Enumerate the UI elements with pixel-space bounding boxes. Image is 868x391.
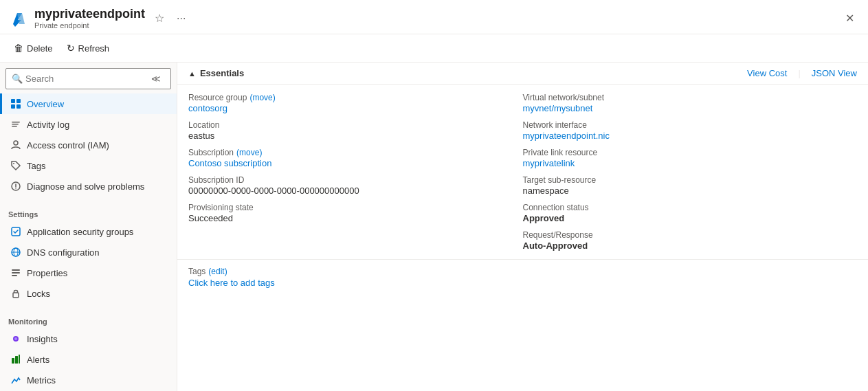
monitoring-section-label: Monitoring <box>0 309 177 328</box>
resource-group-move-link[interactable]: (move) <box>249 93 275 102</box>
resource-group-label: Resource group (move) <box>188 93 523 102</box>
sidebar-item-iam-label: Access control (IAM) <box>27 140 109 150</box>
tags-add-link[interactable]: Click here to add tags <box>188 278 857 288</box>
sidebar-item-activity-log-label: Activity log <box>27 120 69 130</box>
sidebar-item-overview[interactable]: Overview <box>0 93 177 114</box>
azure-logo-icon <box>8 9 27 28</box>
essentials-title-text: Essentials <box>200 68 244 78</box>
subscription-id-label: Subscription ID <box>188 175 523 185</box>
svg-rect-3 <box>16 104 21 109</box>
search-container: 🔍 ≪ <box>5 68 171 89</box>
field-network-interface: Network interface myprivateendpoint.nic <box>523 120 858 141</box>
svg-point-8 <box>13 163 14 164</box>
svg-rect-18 <box>13 293 19 298</box>
subscription-move-link[interactable]: (move) <box>236 148 262 157</box>
insights-icon <box>10 333 21 344</box>
connection-status-value: Approved <box>523 213 858 223</box>
field-virtual-network: Virtual network/subnet myvnet/mysubnet <box>523 93 858 113</box>
title-block: myprivateendpoint Private endpoint <box>34 7 145 30</box>
sidebar-item-locks[interactable]: Locks <box>0 283 177 304</box>
favorite-button[interactable]: ☆ <box>152 10 167 26</box>
target-sub-label: Target sub-resource <box>523 175 858 185</box>
essentials-actions: View Cost | JSON View <box>747 68 857 78</box>
refresh-button[interactable]: ↻ Refresh <box>61 40 115 56</box>
delete-button[interactable]: 🗑 Delete <box>8 40 58 56</box>
virtual-network-label: Virtual network/subnet <box>523 93 858 102</box>
json-view-link[interactable]: JSON View <box>812 68 857 78</box>
locks-icon <box>10 288 21 299</box>
svg-rect-15 <box>12 269 20 271</box>
field-private-link: Private link resource myprivatelink <box>523 148 858 168</box>
field-subscription: Subscription (move) Contoso subscription <box>188 148 523 168</box>
settings-section-label: Settings <box>0 202 177 221</box>
sidebar-item-diagnose[interactable]: Diagnose and solve problems <box>0 176 177 197</box>
close-button[interactable]: ✕ <box>843 10 857 26</box>
delete-icon: 🗑 <box>14 43 23 54</box>
private-link-value[interactable]: myprivatelink <box>523 158 858 168</box>
field-location: Location eastus <box>188 120 523 141</box>
essentials-right-col: Virtual network/subnet myvnet/mysubnet N… <box>523 93 858 251</box>
virtual-network-value[interactable]: myvnet/mysubnet <box>523 103 858 113</box>
svg-rect-21 <box>12 358 14 364</box>
network-interface-value[interactable]: myprivateendpoint.nic <box>523 131 858 141</box>
svg-point-20 <box>14 337 17 340</box>
more-options-button[interactable]: ··· <box>174 11 188 26</box>
request-response-value: Auto-Approved <box>523 241 858 251</box>
view-cost-link[interactable]: View Cost <box>747 68 787 78</box>
header: myprivateendpoint Private endpoint ☆ ···… <box>0 0 868 34</box>
svg-rect-2 <box>11 104 15 109</box>
field-request-response: Request/Response Auto-Approved <box>523 230 858 251</box>
essentials-grid: Resource group (move) contosorg Location… <box>177 85 868 260</box>
svg-point-7 <box>14 141 18 145</box>
field-resource-group: Resource group (move) contosorg <box>188 93 523 113</box>
sidebar-item-tags[interactable]: Tags <box>0 155 177 176</box>
svg-rect-22 <box>15 356 18 364</box>
resource-group-value[interactable]: contosorg <box>188 103 523 113</box>
sidebar-item-dns[interactable]: DNS configuration <box>0 242 177 262</box>
target-sub-value: namespace <box>523 186 858 196</box>
tags-edit-link[interactable]: (edit) <box>208 267 227 276</box>
svg-rect-1 <box>16 99 21 103</box>
essentials-collapse-icon: ▲ <box>188 69 196 78</box>
svg-rect-0 <box>11 99 15 103</box>
collapse-sidebar-button[interactable]: ≪ <box>147 72 165 85</box>
sidebar-item-alerts[interactable]: Alerts <box>0 349 177 370</box>
sidebar-item-tags-label: Tags <box>27 161 45 171</box>
sidebar-item-app-security-groups[interactable]: Application security groups <box>0 221 177 242</box>
sidebar-item-iam[interactable]: Access control (IAM) <box>0 135 177 155</box>
sidebar-item-metrics-label: Metrics <box>27 375 56 386</box>
private-link-label: Private link resource <box>523 148 858 157</box>
delete-label: Delete <box>27 43 53 54</box>
tags-section: Tags (edit) Click here to add tags <box>177 260 868 295</box>
sidebar-item-properties-label: Properties <box>27 268 67 278</box>
subscription-id-value: 00000000-0000-0000-0000-000000000000 <box>188 186 523 196</box>
asg-icon <box>10 226 21 237</box>
search-input[interactable] <box>25 74 144 84</box>
sidebar-item-activity-log[interactable]: Activity log <box>0 114 177 135</box>
sidebar-item-insights[interactable]: Insights <box>0 328 177 349</box>
connection-status-label: Connection status <box>523 203 858 212</box>
sidebar-item-properties[interactable]: Properties <box>0 262 177 283</box>
svg-rect-23 <box>19 355 20 364</box>
field-target-sub: Target sub-resource namespace <box>523 175 858 196</box>
essentials-sep: | <box>798 68 800 78</box>
toolbar: 🗑 Delete ↻ Refresh <box>0 34 868 63</box>
sidebar-item-asg-label: Application security groups <box>27 227 133 237</box>
location-label: Location <box>188 120 523 130</box>
subscription-value[interactable]: Contoso subscription <box>188 158 523 168</box>
essentials-left-col: Resource group (move) contosorg Location… <box>188 93 523 251</box>
sidebar: 🔍 ≪ Overview Activity log Access control… <box>0 63 177 391</box>
svg-rect-5 <box>12 124 19 125</box>
dns-icon <box>10 247 21 258</box>
svg-rect-6 <box>12 126 17 127</box>
content-area: ▲ Essentials View Cost | JSON View Resou… <box>177 63 868 391</box>
overview-icon <box>10 98 21 109</box>
svg-point-10 <box>15 188 16 189</box>
essentials-title: ▲ Essentials <box>188 68 244 78</box>
search-icon: 🔍 <box>12 74 23 84</box>
sidebar-item-metrics[interactable]: Metrics <box>0 370 177 390</box>
main-layout: 🔍 ≪ Overview Activity log Access control… <box>0 63 868 391</box>
sidebar-item-overview-label: Overview <box>27 99 64 109</box>
resource-subtitle: Private endpoint <box>34 21 145 30</box>
alerts-icon <box>10 354 21 365</box>
